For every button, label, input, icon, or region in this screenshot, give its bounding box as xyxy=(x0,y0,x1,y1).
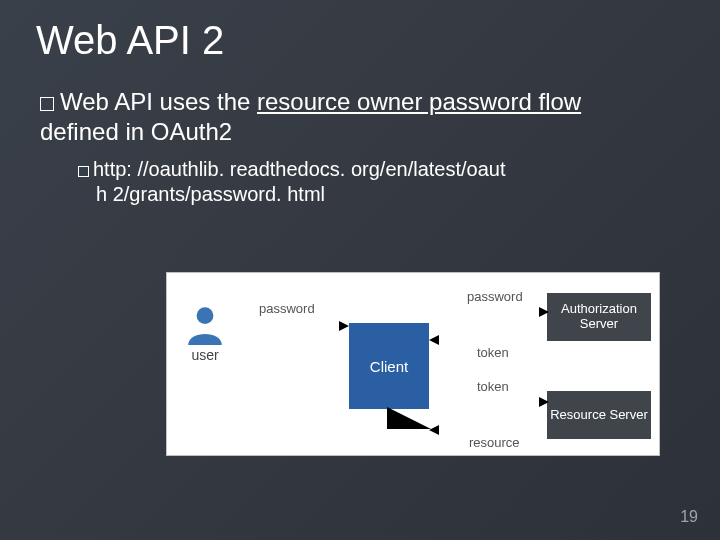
bullet-level-1: Web API uses the resource owner password… xyxy=(40,87,640,147)
svg-marker-8 xyxy=(539,397,549,407)
oauth-flow-diagram: user Client Authorization Server Resourc… xyxy=(166,272,660,456)
bullet2-text-line1: http: //oauthlib. readthedocs. org/en/la… xyxy=(93,158,506,180)
svg-marker-2 xyxy=(339,321,349,331)
bullet-square-icon xyxy=(78,166,89,177)
user-label: user xyxy=(177,347,233,363)
bullet-level-2: http: //oauthlib. readthedocs. org/en/la… xyxy=(78,157,638,207)
bullet-square-icon xyxy=(40,97,54,111)
arrow-user-to-client xyxy=(225,319,349,333)
slide-title: Web API 2 xyxy=(36,18,684,63)
client-connector-top xyxy=(387,401,431,405)
resource-server-box: Resource Server xyxy=(547,391,651,439)
page-number: 19 xyxy=(680,508,698,526)
user-icon xyxy=(184,303,226,345)
authorization-server-box: Authorization Server xyxy=(547,293,651,341)
client-box: Client xyxy=(349,323,429,409)
svg-marker-6 xyxy=(429,335,439,345)
bullet2-text-line2: h 2/grants/password. html xyxy=(96,182,325,207)
svg-point-0 xyxy=(197,307,214,324)
bullet1-text-underlined: resource owner password flow xyxy=(257,88,581,115)
arrow-label-auth-token: token xyxy=(477,345,509,360)
arrow-label-user-password: password xyxy=(259,301,315,316)
arrow-client-to-auth xyxy=(429,305,549,319)
svg-marker-4 xyxy=(539,307,549,317)
bullet1-text-pre: Web API uses the xyxy=(60,88,257,115)
bullet1-text-post: defined in OAuth2 xyxy=(40,118,232,145)
arrow-label-client-password: password xyxy=(467,289,523,304)
client-connector-lines xyxy=(387,407,431,437)
arrow-label-resource: resource xyxy=(469,435,520,450)
arrow-client-to-resource xyxy=(429,395,549,409)
arrow-label-client-token: token xyxy=(477,379,509,394)
